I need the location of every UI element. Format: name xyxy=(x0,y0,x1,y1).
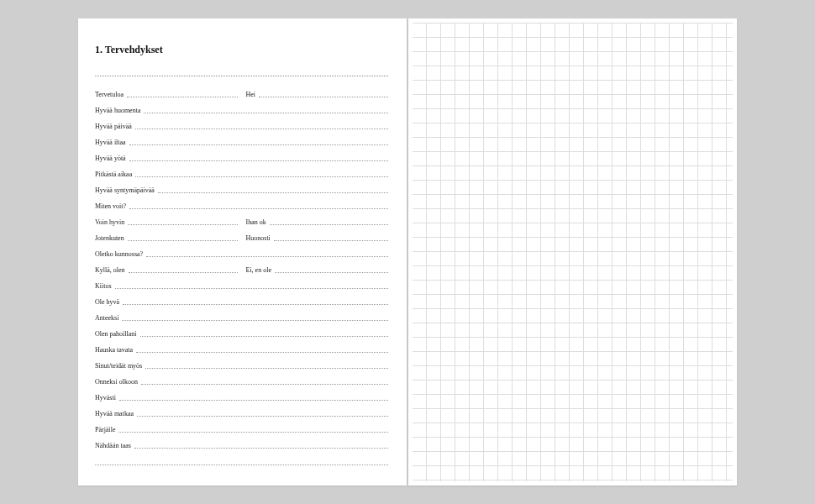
entry-row: Onneksi olkoon xyxy=(95,369,388,385)
entry: Olen pahoillani xyxy=(95,321,388,337)
entry-row: Hauska tavata xyxy=(95,337,388,353)
entry: Hyvää iltaa xyxy=(95,129,388,145)
section-title-text: Tervehdykset xyxy=(105,44,163,55)
entry-row: Olen pahoillani xyxy=(95,321,388,337)
entry-row: Hyvästi xyxy=(95,385,388,401)
entry-row: Hyvää huomenta xyxy=(95,97,388,113)
entry-row: Hyvää matkaa xyxy=(95,401,388,417)
entry-row: JotenkutenHuonosti xyxy=(95,225,388,241)
entry: Nähdään taas xyxy=(95,433,388,449)
grid-paper xyxy=(413,23,733,481)
entry-row: Miten voit? xyxy=(95,193,388,209)
left-page: 1. Tervehdykset TervetuloaHeiHyvää huome… xyxy=(78,18,407,486)
entry-row: Ole hyvä xyxy=(95,289,388,305)
entry: Pärjäile xyxy=(95,417,388,433)
entry: Huonosti xyxy=(246,225,389,241)
entry: Hyvästi xyxy=(95,385,388,401)
entry: Ei, en ole xyxy=(246,257,389,273)
entry: Tervetuloa xyxy=(95,81,238,97)
dotted-line xyxy=(134,448,388,449)
entry-row: Pitkästä aikaa xyxy=(95,161,388,177)
entry: Ole hyvä xyxy=(95,289,388,305)
entry: Jotenkuten xyxy=(95,225,238,241)
entry: Voin hyvin xyxy=(95,209,238,225)
entry-row: Kiitos xyxy=(95,273,388,289)
tail-dotted-line xyxy=(95,450,388,465)
entry-row: Pärjäile xyxy=(95,417,388,433)
entry: Pitkästä aikaa xyxy=(95,161,388,177)
entry: Hyvää matkaa xyxy=(95,401,388,417)
entry: Hyvää päivää xyxy=(95,113,388,129)
entry: Kiitos xyxy=(95,273,388,289)
entries-list: TervetuloaHeiHyvää huomentaHyvää päivääH… xyxy=(95,81,388,449)
entry: Ihan ok xyxy=(246,209,389,225)
entry-row: Hyvää iltaa xyxy=(95,129,388,145)
entry: Miten voit? xyxy=(95,193,388,209)
entry: Hei xyxy=(246,81,389,97)
page-spread: 1. Tervehdykset TervetuloaHeiHyvää huome… xyxy=(78,18,737,486)
entry: Hauska tavata xyxy=(95,337,388,353)
entry: Hyvää yötä xyxy=(95,145,388,161)
right-page xyxy=(408,18,737,486)
entry: Anteeksi xyxy=(95,305,388,321)
entry-row: TervetuloaHei xyxy=(95,81,388,97)
entry-label: Nähdään taas xyxy=(95,442,134,449)
entry: Onneksi olkoon xyxy=(95,369,388,385)
entry: Sinut/teidät myös xyxy=(95,353,388,369)
section-number: 1. xyxy=(95,44,103,55)
entry: Hyvää syntymäpäivää xyxy=(95,177,388,193)
section-heading: 1. Tervehdykset xyxy=(95,44,388,56)
entry: Kyllä, olen xyxy=(95,257,238,273)
entry-row: Kyllä, olenEi, en ole xyxy=(95,257,388,273)
entry-row: Hyvää päivää xyxy=(95,113,388,129)
entry-row: Voin hyvinIhan ok xyxy=(95,209,388,225)
entry: Oletko kunnossa? xyxy=(95,241,388,257)
entry-row: Oletko kunnossa? xyxy=(95,241,388,257)
entry-row: Nähdään taas xyxy=(95,433,388,449)
intro-dotted-line xyxy=(95,68,388,76)
entry-row: Hyvää syntymäpäivää xyxy=(95,177,388,193)
entry-row: Anteeksi xyxy=(95,305,388,321)
entry-row: Hyvää yötä xyxy=(95,145,388,161)
entry-row: Sinut/teidät myös xyxy=(95,353,388,369)
entry: Hyvää huomenta xyxy=(95,97,388,113)
